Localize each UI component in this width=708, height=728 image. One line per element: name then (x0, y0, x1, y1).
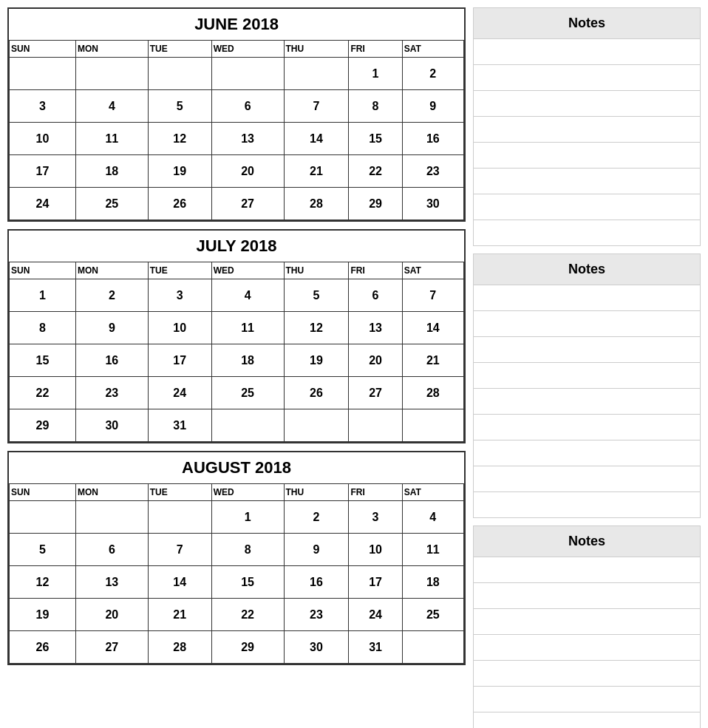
day-header-wed: WED (211, 41, 284, 58)
notes-line[interactable] (473, 363, 701, 389)
day-cell: 31 (349, 631, 402, 664)
notes-line[interactable] (473, 583, 701, 609)
notes-line[interactable] (473, 117, 701, 143)
day-cell: 8 (211, 534, 284, 566)
day-header-thu: THU (284, 41, 349, 58)
notes-line[interactable] (473, 143, 701, 169)
notes-line[interactable] (473, 687, 701, 712)
day-cell: 11 (211, 312, 284, 344)
day-header-tue: TUE (148, 262, 211, 279)
day-header-sun: SUN (10, 41, 76, 58)
day-cell: 27 (349, 377, 402, 409)
day-cell: 10 (10, 123, 76, 155)
day-header-sun: SUN (10, 262, 76, 279)
day-cell: 14 (148, 566, 211, 599)
day-cell: 5 (10, 534, 76, 566)
day-cell: 30 (402, 188, 463, 220)
notes-line[interactable] (473, 285, 701, 311)
day-cell: 21 (148, 599, 211, 631)
notes-line[interactable] (473, 635, 701, 661)
day-cell: 15 (10, 344, 76, 377)
notes-lines-notes-june (473, 39, 701, 246)
notes-line[interactable] (473, 311, 701, 337)
notes-line[interactable] (473, 194, 701, 220)
day-cell (284, 58, 349, 90)
day-cell: 11 (75, 123, 148, 155)
notes-line[interactable] (473, 415, 701, 440)
day-cell: 15 (211, 566, 284, 599)
day-cell: 22 (211, 599, 284, 631)
day-cell (211, 409, 284, 442)
day-cell: 23 (402, 155, 463, 188)
day-cell: 20 (75, 599, 148, 631)
week-row: 12131415161718 (10, 566, 464, 599)
day-cell: 23 (284, 599, 349, 631)
calendar-table-july-2018: JULY 2018SUNMONTUEWEDTHUFRISAT1234567891… (9, 231, 464, 442)
notes-line[interactable] (473, 220, 701, 246)
day-cell: 9 (75, 312, 148, 344)
day-cell: 18 (211, 344, 284, 377)
day-header-mon: MON (75, 41, 148, 58)
week-row: 891011121314 (10, 312, 464, 344)
day-cell (284, 409, 349, 442)
day-cell: 25 (402, 599, 463, 631)
day-cell: 19 (148, 155, 211, 188)
notes-column: NotesNotesNotes30calendar.com (473, 7, 701, 728)
day-cell: 18 (402, 566, 463, 599)
notes-line[interactable] (473, 609, 701, 635)
day-header-wed: WED (211, 484, 284, 501)
notes-line[interactable] (473, 65, 701, 91)
day-cell: 16 (75, 344, 148, 377)
day-cell: 27 (75, 631, 148, 664)
day-cell: 30 (75, 409, 148, 442)
day-cell: 1 (10, 279, 76, 312)
notes-line[interactable] (473, 91, 701, 117)
day-cell (211, 58, 284, 90)
notes-line[interactable] (473, 557, 701, 583)
day-cell (349, 409, 402, 442)
week-row: 567891011 (10, 534, 464, 566)
day-cell: 17 (10, 155, 76, 188)
notes-line[interactable] (473, 466, 701, 492)
week-row: 10111213141516 (10, 123, 464, 155)
day-cell: 3 (148, 279, 211, 312)
week-row: 1234567 (10, 279, 464, 312)
day-cell: 16 (284, 566, 349, 599)
notes-line[interactable] (473, 712, 701, 728)
week-row: 22232425262728 (10, 377, 464, 409)
notes-header-notes-july: Notes (473, 254, 701, 285)
notes-line[interactable] (473, 337, 701, 363)
notes-line[interactable] (473, 492, 701, 518)
day-cell: 18 (75, 155, 148, 188)
calendar-title-june-2018: JUNE 2018 (10, 9, 464, 41)
notes-lines-notes-august (473, 557, 701, 728)
day-cell: 23 (75, 377, 148, 409)
notes-line[interactable] (473, 440, 701, 466)
day-cell (148, 501, 211, 534)
notes-line[interactable] (473, 389, 701, 415)
notes-line[interactable] (473, 661, 701, 687)
day-cell: 17 (148, 344, 211, 377)
day-cell: 20 (349, 344, 402, 377)
calendar-table-august-2018: AUGUST 2018SUNMONTUEWEDTHUFRISAT12345678… (9, 452, 464, 664)
day-cell: 7 (284, 90, 349, 123)
day-cell: 24 (349, 599, 402, 631)
week-row: 12 (10, 58, 464, 90)
day-cell: 17 (349, 566, 402, 599)
day-cell: 19 (10, 599, 76, 631)
day-cell: 13 (211, 123, 284, 155)
day-cell: 22 (349, 155, 402, 188)
day-header-fri: FRI (349, 262, 402, 279)
notes-section-notes-august: Notes (473, 525, 701, 728)
day-cell: 20 (211, 155, 284, 188)
notes-section-notes-june: Notes (473, 7, 701, 246)
day-cell: 6 (211, 90, 284, 123)
day-header-wed: WED (211, 262, 284, 279)
day-cell: 2 (284, 501, 349, 534)
notes-line[interactable] (473, 169, 701, 194)
notes-line[interactable] (473, 39, 701, 65)
day-cell: 28 (148, 631, 211, 664)
day-cell: 29 (10, 409, 76, 442)
day-header-thu: THU (284, 484, 349, 501)
calendars-column: JUNE 2018SUNMONTUEWEDTHUFRISAT1234567891… (7, 7, 466, 728)
